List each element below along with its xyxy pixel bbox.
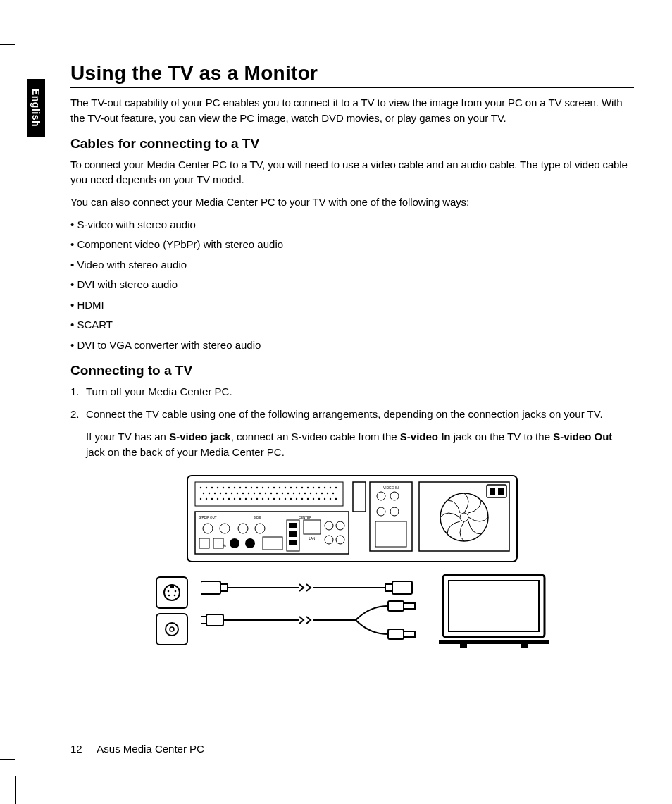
- svg-point-21: [307, 487, 309, 488]
- crop-mark-bl: [0, 759, 15, 774]
- step-item: Turn off your Media Center PC.: [70, 384, 634, 400]
- svg-point-97: [255, 524, 265, 533]
- svg-point-120: [174, 595, 176, 597]
- svg-point-55: [223, 498, 224, 500]
- svg-rect-135: [388, 629, 404, 639]
- svg-point-71: [313, 498, 314, 500]
- svg-point-68: [296, 498, 297, 500]
- svg-rect-141: [521, 644, 528, 648]
- svg-point-19: [296, 487, 297, 488]
- svg-point-64: [273, 498, 275, 500]
- svg-rect-138: [449, 581, 539, 631]
- svg-point-113: [325, 536, 333, 544]
- svg-point-60: [251, 498, 252, 500]
- svg-point-81: [377, 507, 385, 516]
- svg-point-53: [211, 498, 213, 500]
- svg-point-117: [168, 590, 170, 593]
- svg-point-70: [307, 498, 309, 500]
- svg-point-65: [279, 498, 280, 500]
- cable-options-list: S-video with stereo audio Component vide…: [70, 217, 634, 354]
- footer-title: Asus Media Center PC: [97, 743, 204, 755]
- svg-point-32: [231, 493, 232, 494]
- svg-rect-108: [289, 540, 297, 545]
- svg-point-2: [200, 487, 201, 488]
- svg-text:SIDE: SIDE: [254, 516, 261, 519]
- svg-point-82: [390, 507, 399, 516]
- svg-point-17: [285, 487, 286, 488]
- svg-rect-136: [404, 631, 415, 637]
- svg-point-118: [175, 590, 177, 593]
- cables-icon: [201, 576, 426, 646]
- svg-point-48: [321, 493, 323, 494]
- svg-point-11: [251, 487, 252, 488]
- svg-point-111: [325, 521, 333, 530]
- svg-point-34: [242, 493, 244, 494]
- svg-point-9: [239, 487, 241, 488]
- svg-rect-134: [404, 603, 415, 609]
- svg-point-51: [200, 498, 201, 500]
- svg-rect-88: [490, 488, 495, 495]
- svg-rect-106: [289, 523, 297, 528]
- svg-point-63: [268, 498, 269, 500]
- section-connect-title: Connecting to a TV: [70, 363, 634, 378]
- svg-rect-107: [289, 531, 297, 537]
- svg-point-95: [220, 524, 230, 533]
- svg-point-114: [336, 536, 344, 544]
- svg-point-41: [282, 493, 283, 494]
- svideo-jack-icon: [156, 576, 188, 609]
- list-item: DVI to VGA converter with stereo audio: [70, 338, 634, 354]
- svg-text:LAN: LAN: [309, 537, 316, 540]
- svg-point-3: [206, 487, 207, 488]
- svg-point-6: [223, 487, 224, 488]
- svg-rect-130: [206, 614, 223, 626]
- svg-rect-127: [385, 584, 392, 591]
- svg-point-96: [238, 524, 248, 533]
- svg-point-72: [318, 498, 320, 500]
- svg-text:S/PDIF OUT: S/PDIF OUT: [199, 516, 217, 519]
- cables-p2: You can also connect your Media Center P…: [70, 194, 634, 210]
- svg-point-8: [234, 487, 235, 488]
- svg-point-22: [313, 487, 314, 488]
- svg-point-61: [256, 498, 258, 500]
- page-footer: 12 Asus Media Center PC: [70, 743, 204, 755]
- svg-point-46: [310, 493, 311, 494]
- svg-point-54: [217, 498, 218, 500]
- svg-point-94: [203, 524, 213, 533]
- svg-point-7: [228, 487, 230, 488]
- svg-rect-123: [201, 581, 220, 594]
- svg-point-29: [214, 493, 216, 494]
- svg-point-38: [265, 493, 266, 494]
- svg-point-42: [287, 493, 289, 494]
- svg-rect-83: [375, 521, 406, 547]
- pc-back-panel-icon: VIDEO IN S/PDIF OUT SID: [187, 475, 518, 562]
- svg-point-25: [330, 487, 331, 488]
- crop-mark-tr-v: [633, 0, 648, 28]
- svg-point-47: [316, 493, 317, 494]
- svg-point-50: [332, 493, 334, 494]
- svg-point-23: [318, 487, 320, 488]
- svg-rect-76: [353, 482, 366, 512]
- svg-rect-133: [388, 601, 404, 611]
- svg-rect-139: [439, 640, 549, 644]
- svideo-note: If your TV has an S-video jack, connect …: [70, 429, 634, 460]
- svg-point-18: [290, 487, 292, 488]
- svg-point-62: [262, 498, 263, 500]
- svg-text:VIDEO IN: VIDEO IN: [383, 486, 399, 490]
- svg-point-56: [228, 498, 230, 500]
- connection-diagram: VIDEO IN S/PDIF OUT SID: [70, 475, 634, 650]
- svg-point-36: [254, 493, 255, 494]
- svg-point-12: [256, 487, 258, 488]
- svg-point-37: [259, 493, 261, 494]
- list-item: DVI with stereo audio: [70, 277, 634, 293]
- language-tab-label: English: [30, 89, 42, 127]
- audio-jack-icon: [156, 613, 188, 645]
- svg-point-49: [327, 493, 328, 494]
- svg-point-103: [245, 538, 255, 548]
- svg-point-80: [390, 492, 399, 500]
- svg-point-119: [168, 595, 170, 597]
- svg-point-26: [335, 487, 337, 488]
- svg-rect-104: [263, 537, 282, 550]
- intro-paragraph: The TV-out capability of your PC enables…: [70, 95, 634, 126]
- svg-point-67: [290, 498, 292, 500]
- tv-icon: [439, 572, 549, 650]
